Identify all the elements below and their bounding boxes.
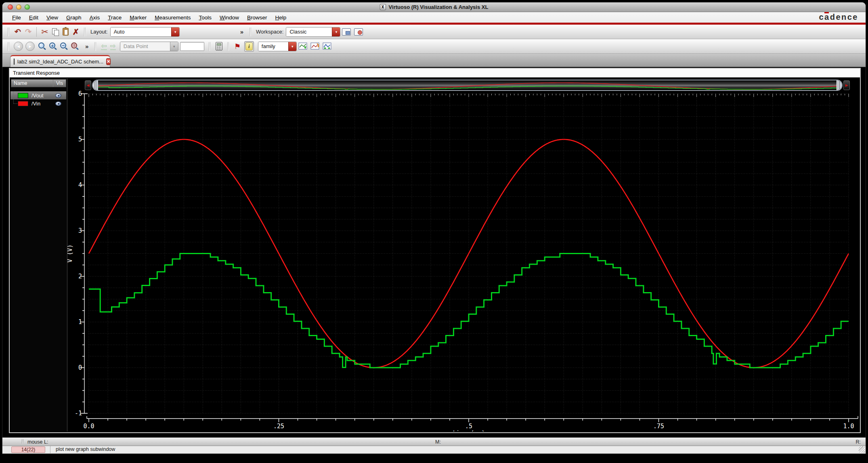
zoom-region-icon[interactable] [71, 42, 77, 48]
legend-header: Name Vis [11, 79, 66, 87]
legend-row-vin[interactable]: /Vin [10, 99, 66, 107]
menu-browser[interactable]: Browser [243, 15, 271, 21]
statusbar-divider [50, 446, 50, 453]
waveform-plot[interactable]: -101234560.0.25.5.751.0time (us)V (V) [67, 78, 859, 431]
menu-file[interactable]: File [8, 15, 25, 21]
menu-items: FileEditViewGraphAxisTraceMarkerMeasurem… [8, 15, 290, 21]
delete-workspace-icon[interactable] [354, 28, 363, 36]
trace-name: /Vin [31, 101, 40, 107]
statusbar-grip[interactable] [22, 439, 24, 444]
layout-label: Layout: [90, 29, 108, 35]
main-toolbar: ↶ ↷ ✂ ✗ Layout: Auto ▾ » Workspace: Clas… [2, 25, 866, 39]
refresh-plot-icon[interactable] [310, 42, 319, 51]
svg-text:2: 2 [78, 273, 82, 280]
cut-button[interactable]: ✂ [40, 27, 50, 37]
mouse-right-hint: R: [856, 439, 861, 445]
zoom-window-button[interactable] [25, 4, 30, 10]
next-sample-button[interactable]: ⇨ [110, 42, 116, 50]
tab-transient-graph[interactable]: lab2 sim2_Ideal_ADC_DAC schem... ✕ [10, 55, 110, 67]
marker-mode-select[interactable]: Data Point ▾ [120, 42, 178, 51]
status-bar: 14(22) plot new graph subwindow [2, 446, 866, 454]
paste-button[interactable] [63, 28, 69, 36]
back-button[interactable]: ◀ [14, 42, 23, 51]
menu-view[interactable]: View [42, 15, 62, 21]
svg-text:1: 1 [78, 318, 82, 326]
zoom-out-icon[interactable]: − [60, 42, 66, 48]
legend-row-vout[interactable]: /Vout [10, 91, 66, 99]
svg-text:.75: .75 [653, 423, 664, 430]
menu-axis[interactable]: Axis [86, 15, 104, 21]
zoom-in-icon[interactable]: + [49, 42, 55, 48]
svg-text:5: 5 [78, 136, 82, 143]
screen: X Virtuoso (R) Visualization & Analysis … [0, 0, 868, 463]
menu-marker[interactable]: Marker [126, 15, 151, 21]
flag-icon[interactable]: ⚑ [232, 41, 243, 52]
svg-text:.5: .5 [465, 423, 472, 430]
family-value: family [258, 42, 288, 51]
combo-arrow-icon[interactable]: ▾ [288, 42, 296, 51]
layout-select[interactable]: Auto ▾ [110, 27, 180, 37]
menu-trace[interactable]: Trace [104, 15, 126, 21]
tree-connector [13, 99, 17, 104]
toolbar-grip[interactable] [8, 42, 10, 51]
combo-arrow-icon[interactable]: ▾ [332, 27, 340, 36]
family-select[interactable]: family ▾ [258, 42, 297, 51]
trace-legend-panel: Name Vis /Vout/Vin [10, 78, 67, 431]
toolbar-grip[interactable] [209, 42, 211, 51]
toolbar-overflow-chevron[interactable]: » [240, 28, 243, 35]
undo-button[interactable]: ↶ [13, 27, 23, 37]
toolbar-overflow-chevron[interactable]: » [85, 43, 88, 50]
note-icon: i [245, 42, 253, 51]
svg-text:1.0: 1.0 [843, 423, 854, 430]
label-tool-button[interactable]: i [244, 41, 254, 52]
svg-text:time (us): time (us) [452, 429, 485, 431]
toolbar-grip[interactable] [84, 27, 86, 36]
zoom-fit-icon[interactable] [38, 42, 44, 48]
trace-color-swatch [18, 93, 28, 98]
menu-measurements[interactable]: Measurements [151, 15, 195, 21]
save-workspace-icon[interactable] [342, 28, 351, 36]
forward-button[interactable]: ▶ [25, 42, 35, 51]
app-window: X Virtuoso (R) Visualization & Analysis … [2, 2, 866, 454]
trace-color-swatch [18, 101, 28, 106]
svg-text:0.0: 0.0 [83, 423, 94, 430]
layout-value: Auto [111, 27, 171, 36]
menu-edit[interactable]: Edit [25, 15, 42, 21]
svg-text:-1: -1 [75, 410, 82, 417]
toolbar-grip[interactable] [227, 42, 229, 51]
menu-graph[interactable]: Graph [62, 15, 86, 21]
mouse-left-hint: mouse L: [27, 439, 48, 445]
history-count-badge: 14(22) [11, 446, 45, 453]
visibility-eye-icon[interactable] [55, 101, 61, 106]
visibility-eye-icon[interactable] [55, 93, 61, 98]
tab-label: lab2 sim2_Ideal_ADC_DAC schem... [17, 59, 103, 65]
svg-text:V (V): V (V) [67, 244, 73, 263]
window-controls [8, 4, 30, 10]
combo-arrow-icon[interactable]: ▾ [171, 27, 179, 36]
menu-help[interactable]: Help [271, 15, 291, 21]
mouse-hint-bar: mouse L: M: R: [2, 438, 866, 446]
send-to-graph-icon[interactable] [298, 42, 307, 51]
combo-arrow-icon[interactable]: ▾ [170, 42, 178, 51]
delete-button[interactable]: ✗ [71, 27, 81, 37]
title-bar[interactable]: X Virtuoso (R) Visualization & Analysis … [2, 2, 866, 12]
close-window-button[interactable] [8, 4, 13, 10]
menu-tools[interactable]: Tools [195, 15, 216, 21]
redo-button[interactable]: ↷ [23, 27, 34, 37]
previous-sample-button[interactable]: ⇦ [101, 42, 107, 50]
toolbar-grip[interactable] [8, 27, 10, 36]
copy-button[interactable] [52, 28, 59, 36]
x11-icon: X [380, 4, 386, 10]
window-title: X Virtuoso (R) Visualization & Analysis … [380, 4, 489, 10]
workspace-select[interactable]: Classic ▾ [286, 27, 340, 37]
marker-value-input[interactable] [180, 42, 204, 51]
close-tab-button[interactable]: ✕ [106, 58, 111, 65]
window-resize-grip[interactable] [859, 446, 865, 452]
toolbar-grip[interactable] [94, 42, 96, 51]
toolbar-grip[interactable] [249, 27, 252, 36]
calculator-icon[interactable] [216, 42, 222, 51]
menu-window[interactable]: Window [216, 15, 243, 21]
minimize-window-button[interactable] [16, 4, 21, 10]
replot-all-icon[interactable] [323, 42, 331, 51]
svg-text:0: 0 [78, 364, 82, 371]
